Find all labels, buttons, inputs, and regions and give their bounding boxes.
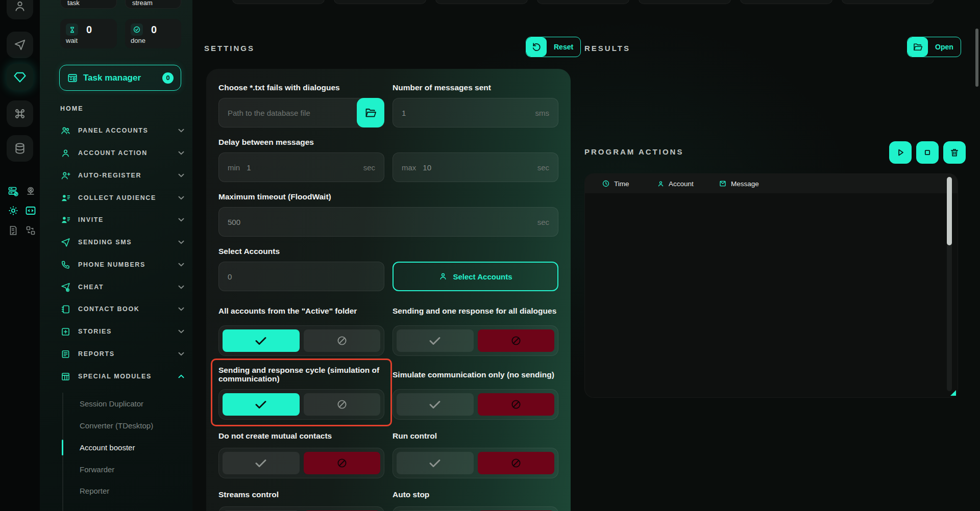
- sidebar-item-collect-audience[interactable]: COLLECT AUDIENCE: [60, 189, 184, 207]
- stat-wait-label: wait: [66, 37, 111, 44]
- rail-command-button[interactable]: [7, 100, 33, 127]
- toggle-yes-button[interactable]: [223, 393, 300, 416]
- sidebar-item-reports[interactable]: REPORTS: [60, 345, 184, 363]
- table-scrollbar-track[interactable]: [947, 176, 952, 391]
- delay-max-input[interactable]: [423, 163, 533, 172]
- sidebar-item-special-modules[interactable]: SPECIAL MODULES: [60, 367, 184, 386]
- open-button-label: Open: [928, 37, 961, 57]
- page-scrollbar-thumb[interactable]: [975, 29, 978, 87]
- sidebar-item-contact-book[interactable]: CONTACT BOOK: [60, 300, 184, 318]
- play-button[interactable]: [889, 141, 912, 164]
- tab-stream[interactable]: stream: [125, 0, 181, 9]
- account-network-icon[interactable]: [24, 185, 37, 197]
- column-header-time[interactable]: Time: [602, 180, 629, 188]
- sidebar-item-account-booster[interactable]: Account booster: [80, 440, 185, 455]
- topbar-tab[interactable]: [639, 0, 731, 4]
- toggle-yes-button[interactable]: [223, 329, 300, 352]
- table-scrollbar-thumb[interactable]: [947, 177, 952, 245]
- sidebar-item-reporter[interactable]: Reporter: [80, 483, 185, 498]
- topbar-tab[interactable]: [232, 0, 325, 4]
- sidebar-item-invite[interactable]: INVITE: [60, 211, 184, 229]
- sidebar-item-auto-register[interactable]: AUTO-REGISTER: [60, 166, 184, 185]
- submenu-label: Converter (TDesktop): [80, 421, 153, 430]
- reset-button[interactable]: Reset: [526, 37, 581, 57]
- toggle-no-button[interactable]: [478, 329, 555, 352]
- accounts-count-input[interactable]: [228, 272, 375, 281]
- chevron-down-icon: [178, 263, 184, 267]
- field-timeout-label: Maximum timeout (FloodWait): [218, 192, 558, 201]
- toggle-cell-streams-control: Streams control: [218, 488, 384, 511]
- rail-user-button[interactable]: [7, 0, 33, 19]
- topbar-tab[interactable]: [842, 0, 934, 4]
- chevron-down-icon: [178, 151, 184, 155]
- messages-input[interactable]: [402, 109, 531, 117]
- toggle-label: Simulate communication only (no sending): [393, 365, 558, 384]
- column-header-account[interactable]: Account: [657, 180, 694, 188]
- toggle-cell-one-response: Sending and one response for all dialogu…: [393, 301, 558, 356]
- column-header-message[interactable]: Message: [719, 180, 759, 188]
- table-resize-handle[interactable]: [950, 390, 956, 396]
- delay-max-suffix: sec: [533, 163, 549, 172]
- sidebar-item-label: AUTO-REGISTER: [78, 172, 141, 179]
- toggle-no-button[interactable]: [478, 452, 555, 474]
- sidebar-item-forwarder[interactable]: Forwarder: [80, 462, 185, 477]
- gem-icon: [13, 70, 27, 84]
- stat-done-label: done: [131, 37, 176, 44]
- topbar-tab[interactable]: [334, 0, 426, 4]
- toggle-no-button[interactable]: [478, 393, 555, 416]
- sidebar-item-stories[interactable]: STORIES: [60, 322, 184, 341]
- reset-button-label: Reset: [547, 37, 580, 57]
- topbar-tab[interactable]: [740, 0, 832, 4]
- submenu-label: Reporter: [80, 487, 109, 495]
- file-path-input[interactable]: [228, 109, 375, 117]
- topbar-tab[interactable]: [537, 0, 629, 4]
- tab-task[interactable]: task: [60, 0, 117, 9]
- settings-gear-icon[interactable]: [7, 205, 19, 217]
- rail-gem-button[interactable]: [7, 64, 33, 90]
- toggle-no-button[interactable]: [304, 393, 381, 416]
- topbar-tab[interactable]: [435, 0, 528, 4]
- document-check-icon[interactable]: [7, 224, 19, 237]
- toggle-one-response: [393, 325, 558, 356]
- sidebar-item-label: STORIES: [78, 328, 112, 335]
- task-manager-button[interactable]: Task manager 0: [59, 65, 181, 91]
- sidebar-item-sending-sms[interactable]: SENDING SMS: [60, 233, 184, 251]
- delay-min-input[interactable]: [247, 163, 359, 172]
- chevron-down-icon: [178, 352, 184, 356]
- toggle-label: Do not create mutual contacts: [218, 429, 384, 442]
- sidebar-item-phone-numbers[interactable]: PHONE NUMBERS: [60, 256, 184, 274]
- rail-database-button[interactable]: [7, 135, 33, 162]
- toggle-cell-auto-stop: Auto stop: [393, 488, 558, 511]
- sidebar-item-cheat[interactable]: CHEAT: [60, 278, 184, 296]
- sidebar-item-label: INVITE: [78, 216, 104, 223]
- swap-icon[interactable]: [24, 224, 37, 237]
- select-accounts-button[interactable]: Select Accounts: [393, 262, 558, 291]
- toggle-yes-button[interactable]: [223, 452, 300, 474]
- sidebar-item-account-action[interactable]: ACCOUNT ACTION: [60, 144, 184, 162]
- user-list-icon: [60, 193, 71, 203]
- rail-send-button[interactable]: [7, 32, 33, 58]
- timeout-input[interactable]: [228, 218, 533, 226]
- file-path-input-wrap: [218, 98, 384, 127]
- sidebar-item-panel-accounts[interactable]: PANEL ACCOUNTS: [60, 121, 184, 140]
- toggle-yes-button[interactable]: [397, 393, 474, 416]
- sidebar-item-home[interactable]: HOME: [60, 105, 84, 112]
- timeout-input-wrap: sec: [218, 207, 558, 237]
- user-icon: [438, 272, 448, 281]
- sidebar-item-converter-tdesktop[interactable]: Converter (TDesktop): [80, 418, 185, 433]
- toggle-no-button[interactable]: [304, 452, 381, 474]
- messages-input-wrap: sms: [393, 98, 558, 127]
- people-icon: [60, 125, 71, 136]
- open-results-button[interactable]: Open: [907, 37, 961, 57]
- trash-button[interactable]: [943, 141, 966, 164]
- stop-button[interactable]: [916, 141, 939, 164]
- toggle-yes-button[interactable]: [397, 329, 474, 352]
- code-window-icon[interactable]: [24, 205, 37, 217]
- chevron-down-icon: [178, 329, 184, 334]
- toggle-yes-button[interactable]: [397, 452, 474, 474]
- server-check-icon[interactable]: [7, 185, 19, 197]
- user-plus-icon: [60, 170, 71, 181]
- browse-file-button[interactable]: [357, 98, 384, 127]
- sidebar-item-session-duplicator[interactable]: Session Duplicator: [80, 396, 185, 411]
- toggle-no-button[interactable]: [304, 329, 381, 352]
